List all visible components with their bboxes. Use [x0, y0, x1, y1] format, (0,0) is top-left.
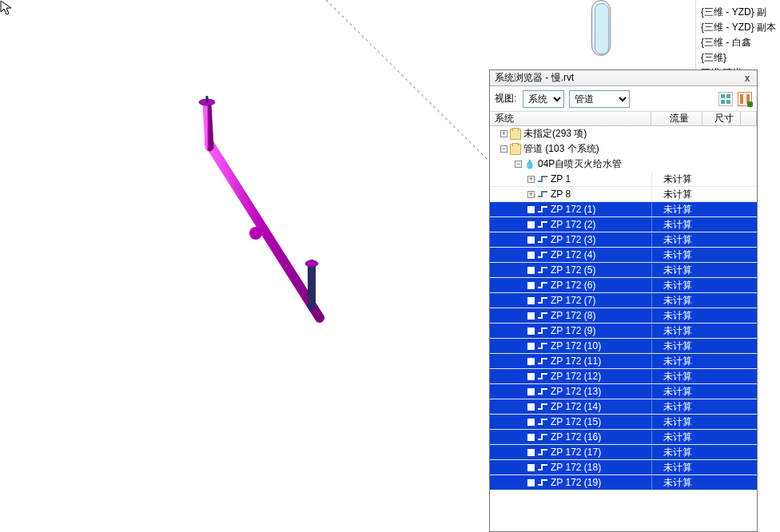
column-settings-icon[interactable] [738, 92, 752, 106]
tree-body[interactable]: 未指定(293 项) 管道 (103 个系统) 04P自喷灭火给水管 [490, 126, 757, 531]
expander-icon[interactable] [527, 312, 535, 320]
pipe-icon [537, 463, 548, 471]
tree-row-selected[interactable]: ZP 172 (3)未计算 [490, 232, 757, 248]
tree-row-selected[interactable]: ZP 172 (4)未计算 [490, 248, 757, 263]
pipe-icon [537, 342, 548, 350]
type-select[interactable]: 管道 [569, 90, 630, 108]
expander-icon[interactable] [527, 343, 535, 350]
grid-view-icon[interactable] [718, 92, 733, 106]
pipe-icon [537, 418, 548, 426]
tree-label: ZP 172 (12) [551, 371, 601, 382]
tree-row-selected[interactable]: ZP 172 (15)未计算 [490, 415, 757, 430]
tree-row-selected[interactable]: ZP 172 (6)未计算 [490, 278, 757, 293]
tree-row-selected[interactable]: ZP 172 (19)未计算 [490, 475, 757, 490]
expander-icon[interactable] [527, 236, 535, 244]
pipe-icon [537, 478, 548, 486]
folder-icon [510, 129, 521, 140]
tree-row-selected[interactable]: ZP 172 (18)未计算 [490, 460, 757, 475]
tree-row-selected[interactable]: ZP 172 (14)未计算 [490, 399, 757, 415]
tree-label: ZP 172 (7) [551, 295, 595, 306]
expander-icon[interactable] [527, 388, 535, 395]
flow-cell: 未计算 [651, 400, 702, 414]
tree-row-zp8[interactable]: ZP 8 未计算 [490, 187, 757, 202]
tree-row-pipe-root[interactable]: 管道 (103 个系统) [490, 141, 757, 157]
tree-label: ZP 172 (15) [551, 416, 601, 427]
flow-cell: 未计算 [651, 476, 702, 490]
expander-icon[interactable] [527, 191, 535, 198]
tree-row-selected[interactable]: ZP 172 (9)未计算 [490, 324, 757, 339]
folder-icon [510, 144, 521, 155]
view-select[interactable]: 系统 [523, 90, 564, 108]
expander-icon[interactable] [527, 464, 535, 471]
flow-cell: 未计算 [651, 203, 702, 216]
tree-label: ZP 172 (19) [551, 477, 601, 488]
expander-icon[interactable] [527, 297, 535, 304]
tree-row-selected[interactable]: ZP 172 (11)未计算 [490, 354, 757, 369]
panel-titlebar[interactable]: 系统浏览器 - 慢.rvt x [490, 70, 757, 86]
expander-icon[interactable] [527, 206, 535, 213]
tree-row-selected[interactable]: ZP 172 (1)未计算 [490, 202, 757, 217]
expander-icon[interactable] [527, 434, 535, 441]
svg-line-0 [326, 0, 488, 160]
tree-row-selected[interactable]: ZP 172 (7)未计算 [490, 293, 757, 308]
system-browser-panel: 系统浏览器 - 慢.rvt x 视图: 系统 管道 系统 流量 尺寸 未指定(2… [489, 69, 758, 532]
tree-row-selected[interactable]: ZP 172 (10)未计算 [490, 339, 757, 354]
flow-cell: 未计算 [651, 415, 702, 429]
pipe-icon [537, 251, 548, 259]
expander-icon[interactable] [527, 419, 535, 426]
header-flow[interactable]: 流量 [651, 112, 702, 125]
expander-icon[interactable] [527, 479, 535, 486]
tree-row-selected[interactable]: ZP 172 (8)未计算 [490, 308, 757, 324]
expander-icon[interactable] [527, 221, 535, 228]
flow-cell: 未计算 [651, 248, 702, 262]
panel-toolbar: 视图: 系统 管道 [490, 86, 757, 112]
expander-icon[interactable] [515, 161, 522, 168]
header-size[interactable]: 尺寸 [702, 112, 741, 125]
proj-browser-item[interactable]: {三维 - YZD} 副本 [696, 20, 780, 35]
expander-icon[interactable] [500, 130, 507, 137]
tree-row-selected[interactable]: ZP 172 (5)未计算 [490, 263, 757, 278]
pipe-icon [537, 312, 548, 320]
expander-icon[interactable] [527, 267, 535, 274]
expander-icon[interactable] [527, 403, 535, 411]
pipe-icon [537, 403, 548, 411]
svg-point-8 [305, 260, 318, 267]
expander-icon[interactable] [527, 449, 535, 456]
flow-cell: 未计算 [651, 188, 702, 201]
pipe-icon [537, 205, 548, 213]
proj-browser-item[interactable]: {三维 - YZD} 副 [696, 5, 780, 20]
expander-icon[interactable] [527, 252, 535, 259]
expander-icon[interactable] [527, 328, 535, 335]
tree-row-selected[interactable]: ZP 172 (13)未计算 [490, 384, 757, 399]
tree-header: 系统 流量 尺寸 [490, 112, 757, 126]
tree-row-selected[interactable]: ZP 172 (2)未计算 [490, 217, 757, 232]
flow-cell: 未计算 [651, 218, 702, 232]
tree-label: 未指定(293 项) [523, 127, 587, 141]
header-system[interactable]: 系统 [490, 112, 651, 125]
expander-icon[interactable] [500, 145, 507, 153]
expander-icon[interactable] [527, 358, 535, 365]
expander-icon[interactable] [527, 176, 535, 183]
flow-cell: 未计算 [651, 309, 702, 323]
expander-icon[interactable] [527, 373, 535, 380]
flow-cell: 未计算 [651, 279, 702, 292]
tree-row-selected[interactable]: ZP 172 (12)未计算 [490, 369, 757, 384]
tree-row-unspecified[interactable]: 未指定(293 项) [490, 126, 757, 141]
nav-wheel[interactable] [591, 0, 611, 56]
flow-cell: 未计算 [651, 324, 702, 338]
pipe-icon [537, 281, 548, 289]
proj-browser-item[interactable]: {三维 - 白鑫 [696, 35, 780, 50]
tree-row-selected[interactable]: ZP 172 (16)未计算 [490, 430, 757, 445]
close-icon[interactable]: x [741, 73, 754, 84]
tree-row-selected[interactable]: ZP 172 (17)未计算 [490, 445, 757, 460]
expander-icon[interactable] [527, 282, 535, 289]
proj-browser-item[interactable]: {三维} [696, 50, 780, 66]
tree-label: ZP 172 (17) [551, 447, 601, 458]
pipe-icon [537, 372, 548, 380]
tree-row-pipe-sub[interactable]: 04P自喷灭火给水管 [490, 157, 757, 172]
flow-cell: 未计算 [651, 294, 702, 308]
tree-label: ZP 172 (1) [551, 204, 595, 215]
flow-cell: 未计算 [651, 355, 702, 368]
flow-cell: 未计算 [651, 173, 702, 186]
tree-row-zp1[interactable]: ZP 1 未计算 [490, 172, 757, 187]
